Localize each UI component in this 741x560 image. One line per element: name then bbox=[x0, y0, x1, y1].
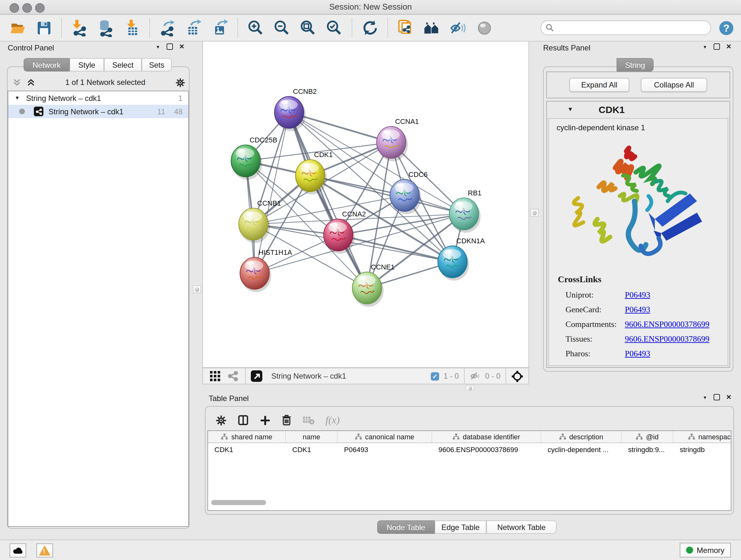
delete-column-icon[interactable] bbox=[281, 415, 292, 426]
uniprot-link[interactable]: P06493 bbox=[625, 287, 650, 302]
zoom-in-icon[interactable] bbox=[247, 19, 264, 37]
tab-node-table[interactable]: Node Table bbox=[377, 520, 434, 534]
table-options-gear-icon[interactable] bbox=[216, 415, 226, 426]
collection-count: 1 bbox=[179, 94, 183, 103]
network-collection-row[interactable]: ▼ String Network – cdk1 1 bbox=[8, 91, 188, 105]
collection-disclosure-icon[interactable]: ▼ bbox=[15, 95, 20, 101]
network-options-gear-icon[interactable] bbox=[176, 78, 185, 87]
column-header-canonical-name[interactable]: canonical name bbox=[338, 431, 432, 442]
table-cell[interactable]: stringdb:9... bbox=[622, 443, 673, 456]
tab-style[interactable]: Style bbox=[70, 58, 104, 71]
expand-all-icon[interactable] bbox=[27, 78, 35, 86]
results-panel-maximize-icon[interactable] bbox=[714, 44, 720, 50]
search-input[interactable] bbox=[541, 20, 711, 35]
create-column-icon[interactable] bbox=[260, 415, 271, 426]
node-navigator-icon[interactable] bbox=[511, 370, 523, 382]
import-network-from-database-icon[interactable] bbox=[97, 19, 114, 37]
column-header-description[interactable]: description bbox=[541, 431, 622, 442]
export-network-to-file-icon[interactable] bbox=[159, 19, 176, 37]
network-node-rb1[interactable]: RB1 bbox=[449, 189, 482, 233]
import-table-from-file-icon[interactable] bbox=[123, 19, 140, 37]
gene-section-header[interactable]: ▼ CDK1 bbox=[547, 102, 730, 117]
hide-selection-icon[interactable] bbox=[449, 19, 467, 37]
memory-button[interactable]: Memory bbox=[679, 543, 731, 557]
tab-network-table[interactable]: Network Table bbox=[486, 520, 556, 534]
network-canvas[interactable]: CCNB2CCNA1CDC25BCDK1CDC6RB1CCNB1CCNA2CDK… bbox=[202, 41, 529, 368]
table-cell[interactable]: stringdb bbox=[673, 443, 731, 456]
tissues-link[interactable]: 9606.ENSP00000378699 bbox=[625, 331, 710, 346]
apply-layout-icon[interactable] bbox=[361, 19, 379, 37]
control-panel-maximize-icon[interactable] bbox=[166, 44, 173, 50]
column-header-shared-name[interactable]: shared name bbox=[208, 431, 286, 442]
pharos-link[interactable]: P06493 bbox=[625, 346, 650, 361]
zoom-selected-icon[interactable] bbox=[326, 19, 343, 37]
import-network-from-file-icon[interactable] bbox=[71, 19, 88, 37]
collapse-all-icon[interactable] bbox=[13, 78, 21, 86]
results-panel-float-icon[interactable]: ▼ bbox=[703, 44, 707, 49]
network-row[interactable]: String Network – cdk1 11 48 bbox=[8, 105, 188, 118]
compartments-link[interactable]: 9606.ENSP00000378699 bbox=[625, 317, 710, 331]
column-header-namespace[interactable]: namespace bbox=[673, 431, 731, 442]
table-cell[interactable]: P06493 bbox=[338, 443, 432, 456]
memory-label: Memory bbox=[697, 546, 724, 555]
table-horizontal-scrollbar[interactable] bbox=[211, 500, 266, 505]
results-panel-close-icon[interactable]: × bbox=[726, 44, 731, 49]
hidden-eye-icon[interactable] bbox=[470, 372, 481, 381]
column-type-icon bbox=[688, 434, 695, 440]
network-node-cdkn1a[interactable]: CDKN1A bbox=[438, 237, 485, 281]
birds-eye-view-icon[interactable] bbox=[251, 370, 262, 382]
clone-network-icon[interactable] bbox=[397, 19, 414, 37]
tab-string[interactable]: String bbox=[616, 58, 654, 71]
table-panel-close-icon[interactable]: × bbox=[726, 395, 731, 400]
network-share-icon[interactable] bbox=[226, 369, 240, 383]
table-cell[interactable]: CDK1 bbox=[286, 443, 338, 456]
node-label-hist1h1a: HIST1H1A bbox=[259, 248, 292, 256]
warning-status-button[interactable]: ! bbox=[37, 543, 53, 557]
gene-disclosure-icon[interactable]: ▼ bbox=[567, 106, 573, 112]
column-header-database-identifier[interactable]: database identifier bbox=[432, 431, 541, 442]
string-network-icon bbox=[34, 107, 44, 116]
network-graph[interactable]: CCNB2CCNA1CDC25BCDK1CDC6RB1CCNB1CCNA2CDK… bbox=[203, 42, 529, 367]
table-panel-float-icon[interactable]: ▼ bbox=[703, 395, 707, 399]
network-view-title: String Network – cdk1 bbox=[271, 372, 346, 381]
open-session-icon[interactable] bbox=[9, 19, 26, 37]
export-image-icon[interactable] bbox=[211, 19, 228, 37]
help-icon[interactable]: ? bbox=[718, 19, 735, 37]
zoom-out-icon[interactable] bbox=[273, 19, 290, 37]
expand-all-button[interactable]: Expand All bbox=[569, 78, 629, 92]
save-session-icon[interactable] bbox=[35, 19, 52, 37]
control-panel-close-icon[interactable]: × bbox=[179, 44, 184, 49]
table-cell[interactable]: CDK1 bbox=[208, 443, 286, 456]
network-node-cdk1[interactable]: CDK1 bbox=[295, 151, 333, 194]
column-header-name[interactable]: name bbox=[286, 431, 338, 442]
selected-checkbox[interactable]: ✓ bbox=[431, 372, 439, 380]
horizontal-splitter-handle[interactable] bbox=[465, 385, 475, 391]
left-splitter-handle[interactable] bbox=[193, 286, 201, 293]
tab-sets[interactable]: Sets bbox=[142, 58, 172, 71]
tab-network[interactable]: Network bbox=[23, 58, 70, 71]
cloud-status-button[interactable] bbox=[10, 543, 26, 557]
table-cell[interactable]: cyclin-dependent ... bbox=[541, 443, 622, 456]
genecard-link[interactable]: P06493 bbox=[625, 302, 650, 317]
table-cell[interactable]: 9606.ENSP00000378699 bbox=[432, 443, 541, 456]
collapse-all-button[interactable]: Collapse All bbox=[641, 78, 707, 92]
export-table-to-file-icon[interactable] bbox=[185, 19, 202, 37]
column-type-icon bbox=[453, 434, 460, 440]
column-header--id[interactable]: @id bbox=[622, 431, 673, 442]
network-node-ccna1[interactable]: CCNA1 bbox=[377, 118, 419, 161]
show-columns-icon[interactable] bbox=[238, 415, 249, 426]
network-node-hist1h1a[interactable]: HIST1H1A bbox=[240, 248, 292, 292]
table-panel-maximize-icon[interactable] bbox=[714, 394, 720, 400]
control-panel-float-icon[interactable]: ▼ bbox=[156, 44, 160, 49]
column-type-icon bbox=[559, 434, 566, 440]
tab-edge-table[interactable]: Edge Table bbox=[434, 520, 486, 534]
network-node-cdc6[interactable]: CDC6 bbox=[390, 171, 428, 214]
show-graphics-details-icon[interactable] bbox=[475, 19, 493, 37]
column-type-icon bbox=[221, 434, 228, 440]
first-neighbors-icon[interactable] bbox=[423, 19, 441, 37]
table-row[interactable]: CDK1CDK1P064939606.ENSP00000378699cyclin… bbox=[208, 443, 731, 456]
grid-view-icon[interactable] bbox=[208, 369, 222, 383]
tab-select[interactable]: Select bbox=[104, 58, 142, 71]
zoom-fit-icon[interactable] bbox=[299, 19, 317, 37]
right-splitter-handle[interactable] bbox=[530, 209, 539, 216]
